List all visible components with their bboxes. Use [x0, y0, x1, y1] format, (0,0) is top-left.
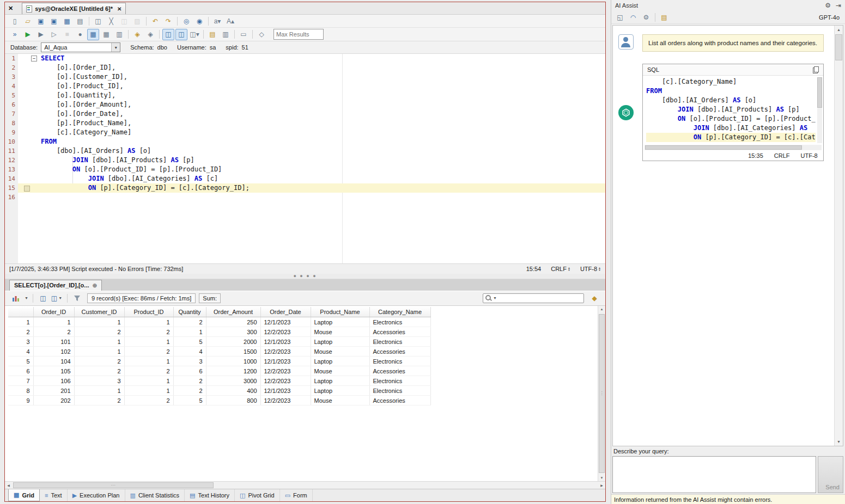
print-button[interactable]: ▤: [74, 15, 86, 27]
copy-icon[interactable]: [813, 66, 819, 73]
tab-form[interactable]: ▭Form: [280, 489, 313, 501]
grid-cell[interactable]: 106: [33, 376, 74, 386]
grid-cell[interactable]: 1: [124, 357, 173, 366]
grid-cell[interactable]: 1: [173, 327, 206, 337]
grid-cell[interactable]: 1: [124, 376, 173, 386]
grid-cell[interactable]: 12/2/2023: [260, 396, 311, 405]
scroll-up-icon[interactable]: ▲: [598, 306, 605, 313]
grid-cell[interactable]: 2: [33, 327, 74, 337]
line-ending-indicator[interactable]: CRLF▲▼: [551, 266, 570, 272]
grid-cell[interactable]: 2: [74, 396, 124, 405]
row-number-cell[interactable]: 2: [8, 327, 33, 337]
editor-line[interactable]: 3 [o].[Customer_ID],: [5, 72, 605, 82]
increase-font-button[interactable]: A▴: [224, 15, 236, 27]
grid-horizontal-scrollbar[interactable]: ◀ ⋯ ▶: [5, 481, 605, 489]
col-header-rownum[interactable]: [8, 307, 33, 317]
col-header-Quantity[interactable]: Quantity: [173, 307, 206, 317]
grid-cell[interactable]: 12/2/2023: [260, 347, 311, 357]
grid-cell[interactable]: 2: [124, 347, 173, 357]
tab-pivot-grid[interactable]: ◫Pivot Grid: [235, 489, 280, 501]
grid-cell[interactable]: Accessories: [369, 347, 430, 357]
editor-line[interactable]: 1SELECT: [5, 54, 605, 63]
tab-client-statistics[interactable]: ▥Client Statistics: [125, 489, 185, 501]
grid-cell[interactable]: 800: [206, 396, 260, 405]
grid-cell[interactable]: Accessories: [369, 327, 430, 337]
row-number-cell[interactable]: 1: [8, 317, 33, 327]
save-button[interactable]: ▣: [35, 15, 47, 27]
grid-cell[interactable]: 2: [173, 376, 206, 386]
format-sql-button[interactable]: ◈: [131, 29, 143, 40]
grid-cell[interactable]: 1: [74, 347, 124, 357]
execute-script-button[interactable]: ▶: [35, 29, 47, 40]
open-history-button[interactable]: ▥: [220, 29, 232, 40]
grid-cell[interactable]: 1: [74, 317, 124, 327]
query-prompt-input[interactable]: [612, 456, 816, 493]
cut-button[interactable]: ╳: [105, 15, 117, 27]
execute-explain-button[interactable]: ▷: [48, 29, 60, 40]
grid-cell[interactable]: 1200: [206, 366, 260, 376]
code-horizontal-scrollbar[interactable]: [645, 145, 822, 150]
horizontal-splitter[interactable]: ● ● ● ●: [5, 274, 605, 279]
editor-line[interactable]: 14 JOIN [dbo].[AI_Categories] AS [c]: [5, 174, 605, 183]
table-row[interactable]: 5104213100012/1/2023LaptopElectronics: [8, 357, 430, 366]
grid-cell[interactable]: 12/1/2023: [260, 337, 311, 347]
execute-button[interactable]: ▶: [22, 29, 34, 40]
grid-cell[interactable]: 2: [124, 366, 173, 376]
save-as-button[interactable]: ▣: [48, 15, 60, 27]
grid-cell[interactable]: 250: [206, 317, 260, 327]
grid-cell[interactable]: 1: [74, 386, 124, 396]
scroll-right-icon[interactable]: ▶: [598, 482, 605, 489]
results-options-button[interactable]: ◫▾: [189, 29, 200, 40]
grid-cell[interactable]: Electronics: [369, 386, 430, 396]
editor-line[interactable]: 9 [c].[Category_Name]: [5, 128, 605, 137]
filter-button[interactable]: [71, 292, 83, 304]
grid-cell[interactable]: 2: [74, 366, 124, 376]
col-header-Customer_ID[interactable]: Customer_ID: [74, 307, 124, 317]
editor-line[interactable]: 7 [o].[Order_Date],: [5, 109, 605, 119]
decrease-font-button[interactable]: a▾: [211, 15, 223, 27]
grid-cell[interactable]: 102: [33, 347, 74, 357]
select-block-button[interactable]: ◫: [92, 15, 104, 27]
gear-icon[interactable]: ⚙: [825, 2, 831, 9]
grid-cell[interactable]: 12/2/2023: [260, 366, 311, 376]
grid-cell[interactable]: 1: [124, 317, 173, 327]
scrollbar-thumb[interactable]: ⋮: [599, 314, 605, 473]
table-row[interactable]: 1111225012/1/2023LaptopElectronics: [8, 317, 430, 327]
grid-cell[interactable]: 1: [74, 337, 124, 347]
grid-cell[interactable]: Laptop: [311, 376, 369, 386]
grid-cell[interactable]: 104: [33, 357, 74, 366]
grid-cell[interactable]: 1000: [206, 357, 260, 366]
rollback-button[interactable]: ▥: [113, 29, 125, 40]
col-header-Product_ID[interactable]: Product_ID: [124, 307, 173, 317]
send-to-editor-button[interactable]: ◱: [614, 11, 626, 23]
results-search[interactable]: ▼: [483, 293, 584, 303]
chevron-down-icon[interactable]: ▼: [493, 296, 497, 300]
max-results-input[interactable]: [273, 29, 324, 40]
redo-button[interactable]: ↷: [162, 15, 174, 27]
parse-sql-button[interactable]: ◈: [144, 29, 156, 40]
database-select[interactable]: AI_Aqua ▼: [41, 42, 120, 52]
scroll-down-icon[interactable]: ▼: [598, 474, 605, 481]
editor-line[interactable]: 6 [o].[Order_Amount],: [5, 100, 605, 109]
scrollbar-thumb[interactable]: ⋯: [13, 482, 214, 488]
export-results-button[interactable]: ◫: [37, 292, 49, 304]
send-button[interactable]: Send: [818, 456, 843, 493]
grid-cell[interactable]: 6: [173, 366, 206, 376]
tab-text[interactable]: ≡Text: [40, 489, 68, 501]
col-header-Product_Name[interactable]: Product_Name: [311, 307, 369, 317]
auto-filter-button[interactable]: ◆: [588, 292, 600, 304]
table-row[interactable]: 820111240012/1/2023LaptopElectronics: [8, 386, 430, 396]
encoding-indicator[interactable]: UTF-8▲▼: [580, 266, 601, 272]
grid-cell[interactable]: 400: [206, 386, 260, 396]
grid-cell[interactable]: 2: [74, 357, 124, 366]
col-header-Order_Date[interactable]: Order_Date: [260, 307, 311, 317]
results-grid-toggle[interactable]: ◫: [162, 29, 174, 40]
editor-line[interactable]: 15 ON [p].[Category_ID] = [c].[Category_…: [5, 183, 605, 193]
grid-cell[interactable]: 2: [124, 327, 173, 337]
grid-cell[interactable]: Mouse: [311, 396, 369, 405]
row-number-cell[interactable]: 6: [8, 366, 33, 376]
commit-button[interactable]: ▦: [100, 29, 112, 40]
grid-vertical-scrollbar[interactable]: ▲ ⋮ ▼: [598, 306, 605, 481]
dock-panel-icon[interactable]: ⇥: [836, 2, 841, 9]
grid-cell[interactable]: 201: [33, 386, 74, 396]
